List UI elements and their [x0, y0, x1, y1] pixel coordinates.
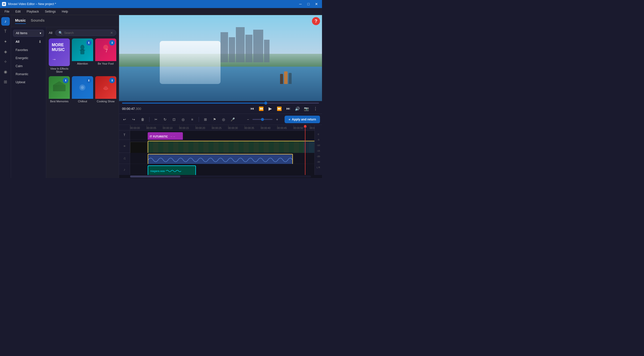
filter-energetic[interactable]: Energetic [13, 55, 44, 61]
track-labels: T 👁 ♫ ♪ [119, 125, 130, 175]
skip-to-end-button[interactable]: ⏭ [285, 105, 292, 112]
sticker-tool-button[interactable]: ✦ [1, 37, 10, 46]
music-cards: MOREMUSIC → View In Effects Store ⬇ [49, 38, 116, 104]
target-button[interactable]: ◎ [220, 116, 227, 123]
adjust-button[interactable]: ≡ [189, 116, 196, 123]
menu-help[interactable]: Help [59, 9, 71, 14]
attention-download-icon[interactable]: ⬇ [86, 40, 92, 46]
zoom-in-button[interactable]: + [274, 116, 281, 123]
video-clip-black[interactable] [130, 142, 147, 154]
more-music-text: MOREMUSIC [52, 42, 67, 52]
chillout-download-icon[interactable]: ⬇ [86, 78, 92, 83]
building-1 [221, 32, 228, 62]
chillout-card[interactable]: ⬇ Chillout [72, 76, 93, 104]
overlay-tool-button[interactable]: ⊞ [1, 77, 10, 86]
cooking-show-card[interactable]: ⬇ Cooking Show [95, 76, 116, 104]
filter-favorites[interactable]: Favorites [13, 47, 44, 53]
niagara-track: niagara.wav [130, 164, 314, 175]
music-grid-area: All 🔍 ✕ MOREMUSIC → [46, 27, 119, 178]
menu-edit[interactable]: Edit [13, 9, 23, 14]
undo-button[interactable]: ↩ [121, 116, 128, 123]
text-tool-button[interactable]: T [1, 27, 10, 36]
cooking-show-download-icon[interactable]: ⬇ [109, 78, 115, 83]
vu-20: -20 [317, 155, 320, 158]
people-layer [280, 71, 292, 84]
more-music-card[interactable]: MOREMUSIC → View In Effects Store [49, 38, 70, 74]
rotate-button[interactable]: ↻ [162, 116, 169, 123]
be-your-fool-card[interactable]: ⬇ 7 Be Your Fool [95, 38, 116, 74]
transitions-tool-button[interactable]: ◈ [1, 47, 10, 56]
filter-dropdown[interactable]: All Items ▾ [13, 30, 44, 37]
zoom-thumb [261, 118, 264, 121]
filter-upbeat[interactable]: Upbeat [13, 79, 44, 85]
best-memories-download-icon[interactable]: ⬇ [63, 78, 68, 83]
person-3 [289, 73, 292, 84]
play-button[interactable]: ▶ [267, 105, 274, 112]
be-your-fool-bg: ⬇ 7 [95, 38, 116, 61]
tab-sounds[interactable]: Sounds [31, 18, 45, 24]
scrollbar-thumb [130, 175, 180, 177]
zoom-out-button[interactable]: − [244, 116, 251, 123]
insert-button[interactable]: ⊞ [202, 116, 209, 123]
be-your-fool-download-icon[interactable]: ⬇ [109, 40, 115, 46]
help-button[interactable]: ? [312, 17, 320, 25]
delete-button[interactable]: 🗑 [139, 116, 146, 123]
minimize-button[interactable]: ─ [297, 2, 304, 7]
search-input[interactable] [64, 31, 109, 35]
clear-search-icon[interactable]: ✕ [110, 31, 113, 35]
more-music-bg: MOREMUSIC → [49, 38, 70, 66]
prev-frame-button[interactable]: ⏪ [258, 105, 265, 112]
filter-energetic-label: Energetic [16, 56, 28, 60]
ruler-mark-11: 00:00:55 [310, 127, 314, 129]
menu-playback[interactable]: Playback [24, 9, 41, 14]
ruler-mark-8: 00:00:40 [261, 127, 277, 129]
toolbar-separator-1 [149, 117, 149, 122]
flag-button[interactable]: ⚑ [211, 116, 218, 123]
attention-card[interactable]: ⬇ Attention [72, 38, 93, 74]
video-track [130, 140, 314, 153]
next-frame-button[interactable]: ⏩ [276, 105, 283, 112]
cut-button[interactable]: ✂ [152, 116, 159, 123]
search-box[interactable]: 🔍 ✕ [55, 30, 116, 36]
video-track-label: 👁 [119, 140, 130, 153]
grid-title: All [49, 31, 52, 35]
best-memories-card[interactable]: ⬇ Best Memories [49, 76, 70, 104]
progress-thumb[interactable] [264, 102, 267, 105]
menu-file[interactable]: File [2, 9, 12, 14]
app-icon-letter: M [3, 3, 5, 6]
timeline-scrollbar[interactable] [130, 175, 311, 177]
main-layout: ♪ T ✦ ◈ ✧ ◉ ⊞ Music Sounds [0, 15, 322, 178]
content-area: Music Sounds All Items ▾ All ⬇ Favorites [11, 15, 322, 178]
menu-settings[interactable]: Settings [42, 9, 58, 14]
skip-to-start-button[interactable]: ⏮ [249, 105, 256, 112]
progress-bar[interactable] [122, 103, 319, 104]
maximize-button[interactable]: □ [305, 2, 312, 7]
filter-calm[interactable]: Calm [13, 63, 44, 69]
close-button[interactable]: ✕ [313, 2, 320, 7]
apply-return-button[interactable]: « Apply and return [285, 116, 320, 123]
more-options-button[interactable]: ⋮ [312, 105, 319, 112]
filter-all[interactable]: All ⬇ [13, 38, 44, 45]
tab-music[interactable]: Music [15, 18, 26, 24]
progress-fill [122, 103, 266, 104]
snapshot-button[interactable]: 📷 [303, 105, 310, 112]
timeline-toolbar: ↩ ↪ 🗑 ✂ ↻ ⊡ ◎ ≡ ⊞ ⚑ ◎ 🎤 − [119, 114, 322, 125]
color-tool-button[interactable]: ◉ [1, 67, 10, 76]
playhead-head [304, 125, 306, 127]
redo-button[interactable]: ↪ [130, 116, 137, 123]
text-clip-futuristic[interactable]: IT FUTURISTIC →→ [148, 132, 183, 141]
stabilize-button[interactable]: ◎ [180, 116, 187, 123]
music-tool-button[interactable]: ♪ [1, 17, 10, 26]
ruler-mark-7: 00:00:35 [244, 127, 261, 129]
futuristic-label: IT [150, 135, 152, 138]
zoom-slider[interactable] [252, 119, 273, 120]
icon-sidebar: ♪ T ✦ ◈ ✧ ◉ ⊞ [0, 15, 11, 178]
niagara-clip[interactable]: niagara.wav [148, 165, 196, 175]
crop-button[interactable]: ⊡ [171, 116, 178, 123]
volume-button[interactable]: 🔊 [294, 105, 301, 112]
effects-tool-button[interactable]: ✧ [1, 57, 10, 66]
controls-row: 00:00:47.300 ⏮ ⏪ ▶ ⏩ ⏭ 🔊 📷 ⋮ [122, 105, 319, 112]
mic-button[interactable]: 🎤 [229, 116, 236, 123]
filter-romantic[interactable]: Romantic [13, 71, 44, 77]
ruler-mark-3: 00:00:15 [179, 127, 195, 129]
